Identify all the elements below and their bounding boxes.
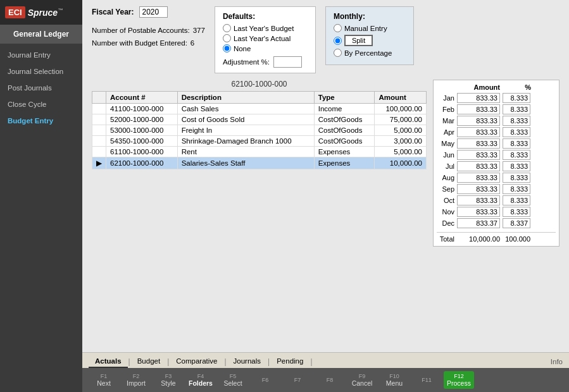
month-amount-input[interactable] <box>457 207 500 217</box>
account-header: 62100-1000-000 <box>92 80 427 89</box>
month-pct-input[interactable] <box>503 218 530 228</box>
monthly-option3-label: By Percentage <box>344 49 392 57</box>
month-amount-input[interactable] <box>457 127 500 137</box>
sidebar-item-journal-entry[interactable]: Journal Entry <box>0 47 82 63</box>
budget-label: Number with Budget Entered: <box>92 39 187 47</box>
month-pct-input[interactable] <box>503 150 530 160</box>
month-amount-input[interactable] <box>457 173 500 183</box>
fkey-name: Style <box>161 379 175 387</box>
sidebar-item-close-cycle[interactable]: Close Cycle <box>0 96 82 113</box>
monthly-row: Nov <box>437 207 556 217</box>
monthly-option3-radio[interactable] <box>334 49 342 57</box>
row-type: Expenses <box>314 157 375 169</box>
table-row[interactable]: 54350-1000-000 Shrinkage-Damaged Branch … <box>92 136 427 147</box>
fkey-label: F5 <box>230 373 237 379</box>
row-amount: 5,000.00 <box>375 147 427 157</box>
total-pct: 100.000 <box>503 235 530 243</box>
monthly-option1-row[interactable]: Manual Entry <box>334 24 406 32</box>
fkey-next[interactable]: F1 Next <box>89 371 119 389</box>
monthly-row: Oct <box>437 195 556 205</box>
fkey-f6[interactable]: F6 <box>250 375 280 385</box>
fkey-process[interactable]: F12 Process <box>444 371 474 389</box>
tab-budget[interactable]: Budget <box>131 355 166 368</box>
fkey-label: F7 <box>294 377 301 383</box>
budget-entered-row: Number with Budget Entered: 6 <box>92 39 205 47</box>
col-description: Description <box>177 92 314 104</box>
table-row[interactable]: 53000-1000-000 Freight In CostOfGoods 5,… <box>92 125 427 136</box>
fkey-style[interactable]: F3 Style <box>153 371 184 389</box>
table-row[interactable]: 41100-1000-000 Cash Sales Income 100,000… <box>92 104 427 114</box>
defaults-option1-radio[interactable] <box>223 24 231 32</box>
fkey-folders[interactable]: F4 Folders <box>185 371 216 389</box>
monthly-option1-radio[interactable] <box>334 24 342 32</box>
month-label: Jan <box>437 94 454 102</box>
month-amount-input[interactable] <box>457 138 500 149</box>
adj-input[interactable] <box>273 56 302 68</box>
monthly-grid: Amount % Jan Feb Mar Apr May Jun Jul Aug <box>433 80 560 349</box>
month-amount-input[interactable] <box>457 116 500 126</box>
defaults-option2-radio[interactable] <box>223 34 231 42</box>
month-pct-input[interactable] <box>503 184 530 194</box>
monthly-option2-radio[interactable] <box>334 37 342 45</box>
fkey-import[interactable]: F2 Import <box>121 371 151 389</box>
table-row[interactable]: ▶ 62100-1000-000 Salaries-Sales Staff Ex… <box>92 157 427 169</box>
month-pct-input[interactable] <box>503 207 530 217</box>
month-amount-input[interactable] <box>457 184 500 194</box>
table-row[interactable]: 61100-1000-000 Rent Expenses 5,000.00 <box>92 147 427 157</box>
tab-journals[interactable]: Journals <box>227 355 267 368</box>
fiscal-year-input[interactable] <box>139 6 168 18</box>
fkey-f8[interactable]: F8 <box>315 375 345 385</box>
fkey-f11[interactable]: F11 <box>411 375 442 385</box>
sidebar-item-budget-entry[interactable]: Budget Entry <box>0 113 82 129</box>
month-amount-input[interactable] <box>457 93 500 103</box>
month-amount-input[interactable] <box>457 150 500 160</box>
month-amount-input[interactable] <box>457 104 500 114</box>
defaults-option1-row[interactable]: Last Year's Budget <box>223 24 308 32</box>
tab-actuals[interactable]: Actuals <box>89 355 128 368</box>
month-pct-input[interactable] <box>503 127 530 137</box>
fkey-name: Folders <box>189 379 213 387</box>
defaults-option2-label: Last Year's Actual <box>234 35 291 42</box>
defaults-option3-radio[interactable] <box>223 44 231 52</box>
defaults-option2-row[interactable]: Last Year's Actual <box>223 34 308 42</box>
monthly-option2-row[interactable]: Split <box>334 35 406 46</box>
defaults-option3-row[interactable]: None <box>223 44 308 52</box>
monthly-row: Aug <box>437 173 556 183</box>
month-pct-input[interactable] <box>503 173 530 183</box>
month-amount-input[interactable] <box>457 161 500 171</box>
month-amount-input[interactable] <box>457 218 500 228</box>
monthly-row: Jun <box>437 150 556 160</box>
top-area: Fiscal Year: Number of Postable Accounts… <box>82 0 569 77</box>
total-row: Total 10,000.00 100.000 <box>437 232 556 243</box>
monthly-row: Dec <box>437 218 556 228</box>
sidebar-item-journal-selection[interactable]: Journal Selection <box>0 63 82 80</box>
row-description: Rent <box>177 147 314 157</box>
defaults-option3-label: None <box>234 45 251 52</box>
month-amount-input[interactable] <box>457 195 500 205</box>
tab-comparative[interactable]: Comparative <box>170 355 223 368</box>
month-pct-input[interactable] <box>503 138 530 149</box>
month-label: Jul <box>437 162 454 170</box>
fkey-menu[interactable]: F10 Menu <box>379 371 410 389</box>
fkey-name: Select <box>223 379 242 387</box>
row-arrow <box>92 147 106 157</box>
monthly-option3-row[interactable]: By Percentage <box>334 49 406 57</box>
main-content: Fiscal Year: Number of Postable Accounts… <box>82 0 569 392</box>
table-row[interactable]: 52000-1000-000 Cost of Goods Sold CostOf… <box>92 114 427 125</box>
month-label: Jun <box>437 151 454 159</box>
fkey-f7[interactable]: F7 <box>282 375 313 385</box>
monthly-title: Monthly: <box>334 12 406 21</box>
month-pct-input[interactable] <box>503 93 530 103</box>
month-pct-input[interactable] <box>503 104 530 114</box>
fkey-cancel[interactable]: F9 Cancel <box>347 371 377 389</box>
postable-label: Number of Postable Accounts: <box>92 27 190 34</box>
month-pct-input[interactable] <box>503 116 530 126</box>
month-pct-input[interactable] <box>503 161 530 171</box>
month-pct-input[interactable] <box>503 195 530 205</box>
tab-pending[interactable]: Pending <box>270 355 310 368</box>
split-button[interactable]: Split <box>344 35 373 46</box>
col-arrow <box>92 92 106 104</box>
sidebar-item-post-journals[interactable]: Post Journals <box>0 80 82 96</box>
fkey-label: F2 <box>133 373 140 379</box>
fkey-select[interactable]: F5 Select <box>218 371 248 389</box>
